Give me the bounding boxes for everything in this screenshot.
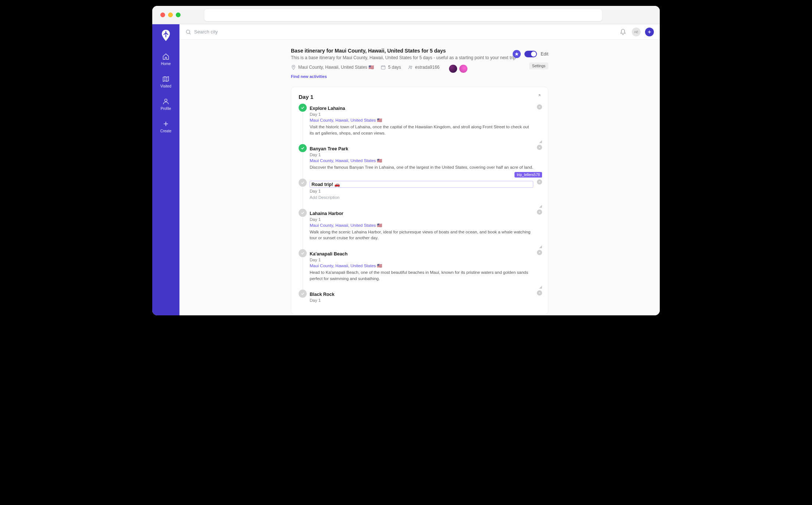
notifications-button[interactable]	[619, 28, 627, 36]
close-window-button[interactable]	[160, 12, 165, 17]
remove-activity-button[interactable]	[537, 290, 542, 296]
sidebar-item-profile[interactable]: Profile	[152, 96, 179, 113]
activity-description[interactable]: Walk along the scenic Lahaina Harbor, id…	[310, 229, 534, 241]
minimize-window-button[interactable]	[168, 12, 173, 17]
collaborator-avatar-2[interactable]	[459, 65, 467, 73]
activity-item: Ka'anapali Beach Day 1 Maui County, Hawa…	[308, 249, 541, 290]
remove-activity-button[interactable]	[537, 250, 542, 255]
edit-toggle[interactable]	[524, 51, 537, 57]
meta-duration: 5 days	[381, 65, 401, 70]
activity-location[interactable]: Maui County, Hawaii, United States 🇺🇸	[310, 118, 541, 123]
new-button[interactable]	[645, 28, 654, 36]
complete-toggle[interactable]	[299, 179, 307, 187]
resize-handle[interactable]: ◢	[539, 139, 542, 143]
activity-title[interactable]: Explore Lahaina	[310, 106, 541, 111]
remove-activity-button[interactable]	[537, 179, 542, 185]
page-header: Base itinerary for Maui County, Hawaii, …	[291, 46, 548, 87]
main-column: AE Base itinerary for Maui County, Hawai…	[179, 24, 660, 315]
content-scroll[interactable]: Base itinerary for Maui County, Hawaii, …	[179, 40, 660, 315]
svg-point-1	[186, 30, 190, 33]
complete-toggle[interactable]	[299, 209, 307, 217]
activity-title[interactable]: Lahaina Harbor	[310, 211, 541, 216]
favorite-badge[interactable]	[513, 50, 521, 58]
complete-toggle[interactable]	[299, 144, 307, 152]
check-icon	[300, 180, 305, 185]
close-icon	[538, 146, 541, 149]
activity-item: trip_tellers578 Road trip! 🚗 Day 1 Add D…	[308, 179, 541, 209]
activity-description-placeholder[interactable]: Add Description	[310, 194, 534, 201]
window-frame: Home Visited Profile Create	[152, 6, 660, 315]
resize-handle[interactable]: ◢	[539, 244, 542, 248]
meta-location-text: Maui County, Hawaii, United States 🇺🇸	[298, 65, 374, 70]
collaborator-tag: trip_tellers578	[514, 172, 542, 178]
users-icon	[408, 65, 413, 70]
check-icon	[300, 251, 305, 255]
remove-activity-button[interactable]	[537, 104, 542, 110]
star-icon	[514, 52, 519, 56]
plus-icon	[647, 29, 652, 35]
sidebar-item-create[interactable]: Create	[152, 118, 179, 135]
activity-day-label: Day 1	[310, 298, 541, 302]
collaborator-avatar-1[interactable]	[449, 65, 457, 73]
day-card: Day 1	[291, 87, 548, 315]
close-icon	[538, 105, 541, 108]
complete-toggle[interactable]	[299, 249, 307, 257]
activity-item: Banyan Tree Park Day 1 Maui County, Hawa…	[308, 144, 541, 179]
browser-omnibox[interactable]	[204, 9, 602, 21]
activity-title[interactable]: Banyan Tree Park	[310, 146, 541, 151]
activity-description[interactable]: Discover the famous Banyan Tree in Lahai…	[310, 164, 534, 171]
remove-activity-button[interactable]	[537, 209, 542, 215]
page-title: Base itinerary for Maui County, Hawaii, …	[291, 48, 548, 54]
find-activities-link[interactable]: Find new activities	[291, 74, 327, 79]
activity-title[interactable]: Ka'anapali Beach	[310, 251, 541, 257]
activity-title-editing[interactable]: Road trip! 🚗	[310, 181, 533, 188]
activity-day-label: Day 1	[310, 112, 541, 117]
search-wrap	[185, 29, 614, 35]
activity-description[interactable]: Head to Ka'anapali Beach, one of the mos…	[310, 269, 534, 282]
activity-item: Lahaina Harbor Day 1 Maui County, Hawaii…	[308, 209, 541, 249]
home-icon	[162, 53, 170, 60]
app-logo	[161, 29, 171, 41]
complete-toggle[interactable]	[299, 104, 307, 112]
check-icon	[300, 291, 305, 296]
activity-title[interactable]: Black Rock	[310, 292, 541, 297]
sidebar-item-visited[interactable]: Visited	[152, 73, 179, 90]
left-sidebar: Home Visited Profile Create	[152, 24, 179, 315]
complete-toggle[interactable]	[299, 290, 307, 298]
calendar-icon	[381, 65, 386, 70]
remove-activity-button[interactable]	[537, 145, 542, 150]
topbar: AE	[179, 24, 660, 40]
app-shell: Home Visited Profile Create	[152, 24, 660, 315]
meta-location: Maui County, Hawaii, United States 🇺🇸	[291, 65, 374, 70]
topbar-right: AE	[619, 28, 654, 36]
activity-location[interactable]: Maui County, Hawaii, United States 🇺🇸	[310, 158, 541, 163]
check-icon	[300, 146, 305, 150]
macos-titlebar	[152, 6, 660, 24]
resize-handle[interactable]: ◢	[539, 285, 542, 289]
resize-handle[interactable]: ◢	[539, 204, 542, 208]
activity-description[interactable]: Visit the historic town of Lahaina, once…	[310, 124, 534, 136]
user-icon	[162, 98, 170, 105]
activity-location[interactable]: Maui County, Hawaii, United States 🇺🇸	[310, 263, 541, 268]
meta-author-text: estrada9166	[415, 65, 440, 70]
user-avatar[interactable]: AE	[632, 28, 641, 36]
sidebar-item-label: Visited	[160, 84, 171, 88]
check-icon	[300, 211, 305, 215]
map-icon	[162, 75, 170, 83]
header-actions: Edit	[513, 50, 548, 58]
expand-day-button[interactable]	[536, 94, 541, 100]
page-subtitle: This is a base itinerary for Maui County…	[291, 55, 548, 60]
activity-location[interactable]: Maui County, Hawaii, United States 🇺🇸	[310, 223, 541, 228]
meta-author: estrada9166	[408, 65, 440, 70]
settings-tooltip: Settings	[529, 62, 548, 69]
pin-plane-icon	[161, 29, 171, 42]
sidebar-item-home[interactable]: Home	[152, 51, 179, 68]
svg-point-4	[409, 66, 410, 67]
sidebar-item-label: Profile	[161, 107, 171, 111]
fullscreen-window-button[interactable]	[176, 12, 181, 17]
pin-icon	[291, 65, 296, 70]
search-input[interactable]	[194, 29, 614, 35]
activity-day-label: Day 1	[310, 217, 541, 222]
collaborator-avatars	[449, 65, 467, 73]
bell-icon	[620, 29, 626, 35]
